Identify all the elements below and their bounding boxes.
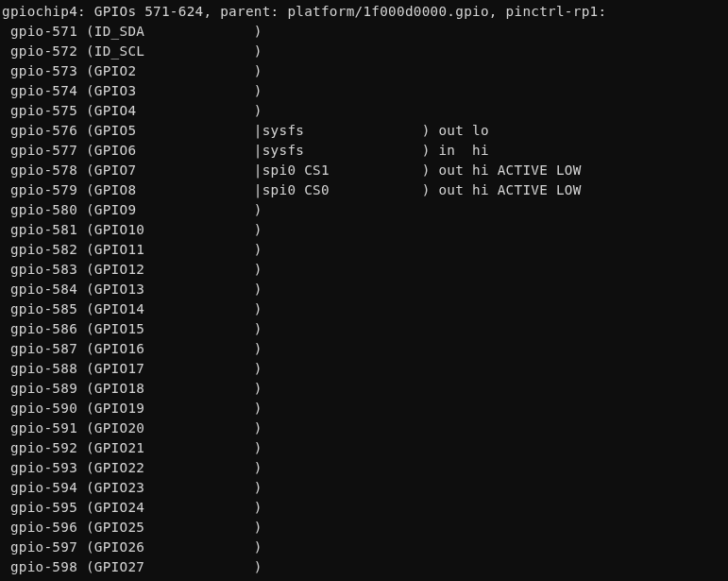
terminal-output: gpiochip4: GPIOs 571-624, parent: platfo… bbox=[0, 0, 728, 577]
